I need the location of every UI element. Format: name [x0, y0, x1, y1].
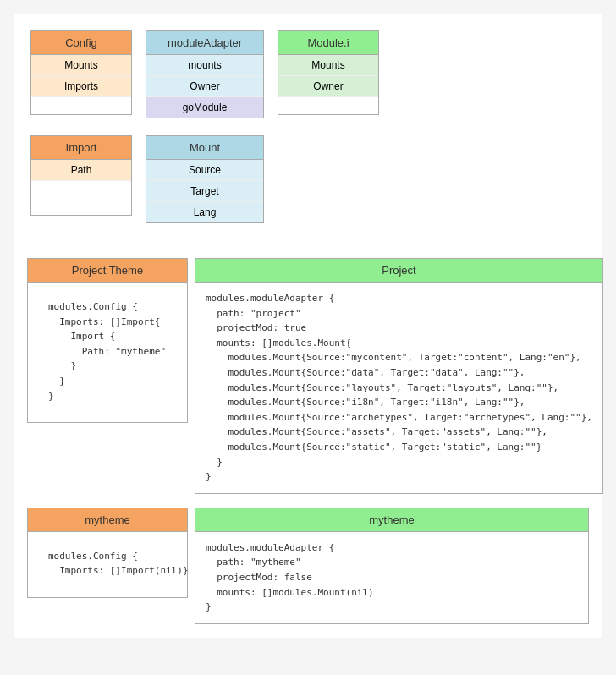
mount-row-target: Target: [146, 181, 263, 202]
moduleadapter-row-mounts: mounts: [146, 55, 263, 76]
modulei-header: Module.i: [278, 31, 378, 55]
modulei-row-mounts: Mounts: [278, 55, 378, 76]
mount-box: Mount Source Target Lang: [146, 135, 264, 223]
mount-row-lang: Lang: [146, 202, 263, 222]
section-divider: [27, 244, 589, 244]
mytheme-left-box: mytheme modules.Config { Imports: []Impo…: [27, 508, 188, 598]
import-header: Import: [31, 136, 131, 160]
mytheme-left-code: modules.Config { Imports: []Import(nil)}: [38, 541, 177, 587]
config-header: Config: [31, 31, 131, 55]
config-row-imports: Imports: [31, 76, 131, 97]
project-code-header: Project: [195, 259, 602, 283]
mytheme-code-content: modules.moduleAdapter { path: "mytheme" …: [195, 532, 588, 623]
project-theme-box: Project Theme modules.Config { Imports: …: [27, 258, 188, 423]
mytheme-code-box: mytheme modules.moduleAdapter { path: "m…: [195, 508, 589, 624]
project-section: Project Theme modules.Config { Imports: …: [27, 258, 589, 494]
diagram-area: Config Mounts Imports moduleAdapter moun…: [14, 14, 602, 638]
project-code-content: modules.moduleAdapter { path: "project" …: [195, 283, 602, 493]
import-empty: [31, 181, 131, 198]
config-empty: [31, 97, 131, 114]
moduleadapter-header: moduleAdapter: [146, 31, 263, 55]
mytheme-section: mytheme modules.Config { Imports: []Impo…: [27, 508, 589, 624]
mount-row-source: Source: [146, 160, 263, 181]
modulei-empty: [278, 97, 378, 114]
import-row-path: Path: [31, 160, 131, 181]
moduleadapter-row-owner: Owner: [146, 76, 263, 97]
modulei-row-owner: Owner: [278, 76, 378, 97]
project-theme-header: Project Theme: [28, 259, 187, 283]
project-theme-code: modules.Config { Imports: []Import{ Impo…: [38, 291, 177, 412]
import-empty2: [31, 198, 131, 215]
config-box: Config Mounts Imports: [30, 30, 132, 115]
modulei-box: Module.i Mounts Owner: [278, 30, 379, 115]
moduleadapter-box: moduleAdapter mounts Owner goModule: [146, 30, 264, 118]
mytheme-left-header: mytheme: [28, 508, 187, 532]
config-row-mounts: Mounts: [31, 55, 131, 76]
uml-bottom-section: Import Path Mount Source Target Lang: [27, 132, 589, 227]
mytheme-code-header: mytheme: [195, 508, 588, 532]
import-box: Import Path: [30, 135, 132, 216]
project-code-box: Project modules.moduleAdapter { path: "p…: [195, 258, 603, 494]
mount-header: Mount: [146, 136, 263, 160]
moduleadapter-row-gomodule: goModule: [146, 97, 263, 118]
uml-top-section: Config Mounts Imports moduleAdapter moun…: [27, 27, 589, 122]
